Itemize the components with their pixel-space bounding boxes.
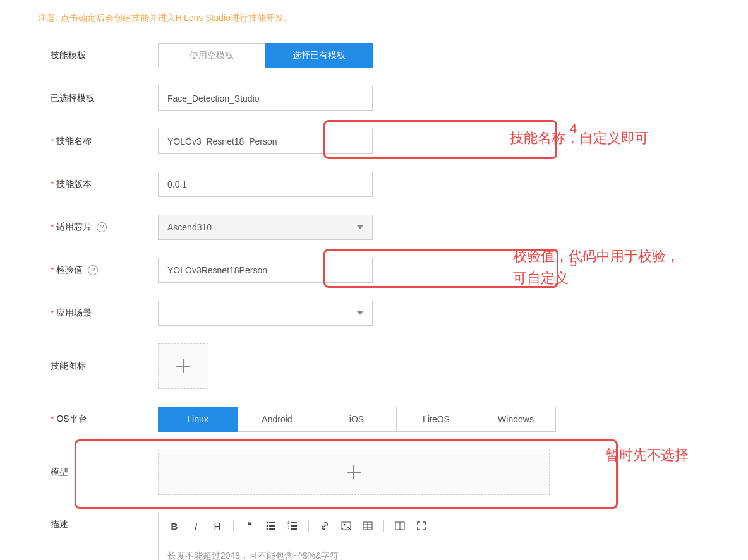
svg-rect-7	[291, 522, 297, 523]
svg-point-13	[344, 524, 346, 526]
select-scene[interactable]	[158, 301, 373, 326]
svg-rect-3	[269, 525, 275, 527]
rich-text-editor: B I H ❝ 123	[158, 513, 672, 560]
label-model: 模型	[38, 467, 158, 478]
os-tab-ios[interactable]: iOS	[317, 407, 397, 432]
label-check-value: *检验值 ?	[38, 265, 158, 276]
row-chip: *适用芯片 ? Ascend310	[38, 215, 710, 240]
svg-rect-9	[291, 525, 297, 527]
select-chip[interactable]: Ascend310	[158, 215, 373, 240]
label-scene: *应用场景	[38, 307, 158, 319]
row-desc: 描述 B I H ❝ 123	[38, 513, 710, 560]
list-ol-icon[interactable]: 123	[283, 517, 302, 535]
chevron-down-icon	[357, 311, 363, 315]
table-icon[interactable]	[358, 517, 377, 535]
input-skill-name[interactable]	[158, 129, 373, 154]
row-skill-template: 技能模板 使用空模板 选择已有模板	[38, 43, 710, 68]
help-icon-chip[interactable]: ?	[97, 222, 107, 232]
upload-model[interactable]	[158, 450, 550, 495]
editor-toolbar: B I H ❝ 123	[159, 513, 672, 539]
annotation-note-model: 暂时先不选择	[605, 446, 689, 465]
label-skill-template: 技能模板	[38, 50, 158, 61]
quote-icon[interactable]: ❝	[240, 517, 259, 535]
row-skill-version: *技能版本	[38, 172, 710, 197]
os-tab-linux[interactable]: Linux	[158, 407, 238, 432]
os-tab-windows[interactable]: Windows	[476, 407, 556, 432]
label-os-platform: *OS平台	[38, 414, 158, 425]
preview-icon[interactable]	[390, 517, 409, 535]
input-selected-template[interactable]	[158, 86, 373, 111]
svg-rect-1	[269, 522, 275, 523]
os-tab-android[interactable]: Android	[238, 407, 317, 432]
annotation-note-5: 校验值，代码中用于校验，可自定义	[513, 245, 690, 289]
bold-icon[interactable]: B	[165, 517, 184, 535]
label-desc: 描述	[38, 513, 158, 530]
italic-icon[interactable]: I	[186, 517, 205, 535]
row-scene: *应用场景	[38, 301, 710, 326]
fullscreen-icon[interactable]	[412, 517, 431, 535]
label-skill-name: *技能名称	[38, 136, 158, 147]
svg-point-4	[267, 528, 268, 530]
tab-existing-template[interactable]: 选择已有模板	[265, 43, 373, 68]
list-ul-icon[interactable]	[262, 517, 280, 535]
label-skill-version: *技能版本	[38, 179, 158, 190]
svg-rect-5	[269, 528, 275, 530]
svg-text:3: 3	[287, 527, 289, 530]
svg-point-0	[267, 522, 268, 524]
upload-skill-icon[interactable]	[158, 343, 208, 389]
os-tab-liteos[interactable]: LiteOS	[397, 407, 476, 432]
chevron-down-icon	[357, 225, 363, 229]
input-skill-version[interactable]	[158, 172, 373, 197]
os-tabs: Linux Android iOS LiteOS Windows	[158, 407, 556, 432]
label-skill-icon: 技能图标	[38, 360, 158, 372]
row-os-platform: *OS平台 Linux Android iOS LiteOS Windows	[38, 407, 710, 432]
svg-point-2	[267, 525, 268, 527]
tab-empty-template[interactable]: 使用空模板	[158, 43, 265, 68]
label-selected-template: 已选择模板	[38, 93, 158, 104]
help-icon-check[interactable]: ?	[88, 265, 98, 275]
row-skill-icon: 技能图标	[38, 343, 710, 389]
annotation-note-4: 技能名称，自定义即可	[510, 129, 649, 148]
label-chip: *适用芯片 ?	[38, 222, 158, 233]
plus-icon	[344, 463, 363, 482]
row-selected-template: 已选择模板	[38, 86, 710, 111]
image-icon[interactable]	[337, 517, 356, 535]
notice-text: 注意: 点击确定后会创建技能并进入HiLens Studio进行技能开发。	[38, 13, 710, 24]
input-check-value[interactable]	[158, 258, 373, 283]
svg-rect-11	[291, 528, 297, 530]
editor-placeholder[interactable]: 长度不能超过2048，且不能包含~^$%&字符	[159, 539, 672, 560]
plus-icon	[174, 357, 193, 376]
template-tabs: 使用空模板 选择已有模板	[158, 43, 373, 68]
heading-icon[interactable]: H	[208, 517, 227, 535]
link-icon[interactable]	[315, 517, 334, 535]
